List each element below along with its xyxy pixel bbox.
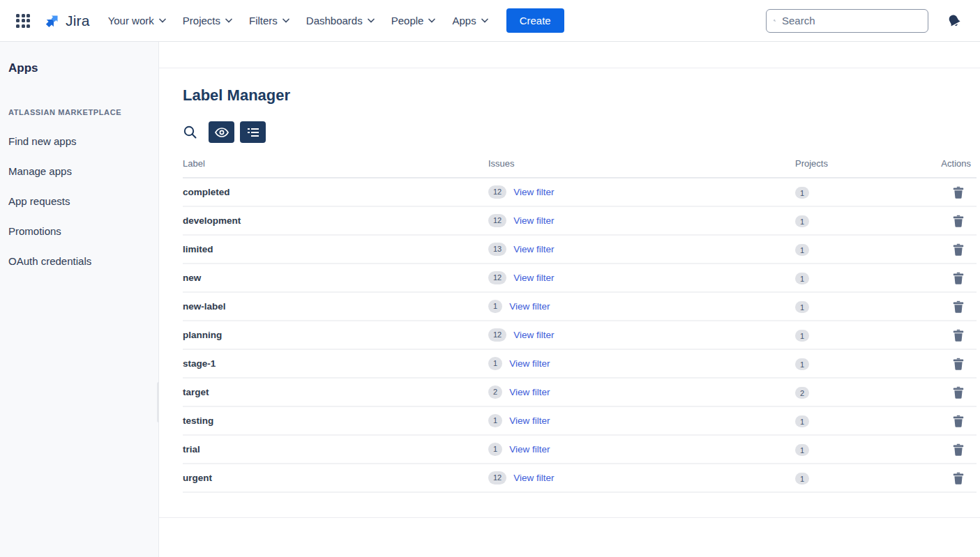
trash-icon [953,243,964,256]
label-table-header: Label Issues Projects Actions [183,154,977,178]
label-name: limited [183,244,488,254]
trash-icon [953,300,964,313]
sidebar-item-manage-apps[interactable]: Manage apps [8,156,150,186]
search-icon [774,15,776,26]
delete-label-button[interactable] [953,215,964,227]
delete-label-button[interactable] [953,358,964,370]
sidebar-item-promotions[interactable]: Promotions [8,216,150,246]
chevron-down-icon [368,18,375,23]
top-navigation: Jira Your work Projects Filters Dashboar… [0,0,980,42]
projects-count-badge: 2 [795,387,809,399]
delete-label-button[interactable] [953,472,964,484]
issues-count-badge: 2 [488,386,502,398]
main-content: Label Manager [159,42,980,557]
create-button[interactable]: Create [506,8,564,33]
issues-count-badge: 1 [488,414,502,427]
projects-count-badge: 1 [795,415,809,427]
chevron-down-icon [428,18,435,23]
view-filter-link[interactable]: View filter [509,415,550,426]
issues-count-badge: 1 [488,357,502,369]
nav-filters[interactable]: Filters [241,9,298,32]
view-filter-link[interactable]: View filter [509,387,550,397]
nav-your-work[interactable]: Your work [100,9,174,32]
trash-icon [953,215,964,227]
projects-count-badge: 1 [795,244,809,256]
app-switcher-button[interactable] [11,9,35,33]
chevron-down-icon [159,18,166,23]
trash-icon [953,272,964,284]
trash-icon [953,415,964,427]
delete-label-button[interactable] [953,415,964,427]
jira-logo-icon [45,13,61,29]
chevron-down-icon [282,18,289,23]
label-name: target [183,387,488,397]
column-header-issues: Issues [488,158,795,169]
table-search-button[interactable] [183,125,197,139]
trash-icon [953,329,964,342]
notifications-button[interactable] [942,9,966,33]
table-row: limited 13 View filter 1 [183,236,977,264]
sidebar-title: Apps [8,61,150,75]
delete-label-button[interactable] [953,186,964,199]
issues-count-badge: 12 [488,471,506,484]
table-row: testing 1 View filter 1 [183,407,977,436]
global-search-input[interactable] [782,15,921,26]
projects-count-badge: 1 [795,473,809,484]
view-filter-link[interactable]: View filter [513,273,554,283]
jira-logo[interactable]: Jira [45,13,90,29]
sidebar-item-oauth-credentials[interactable]: OAuth credentials [8,246,150,276]
view-filter-link[interactable]: View filter [509,301,550,312]
label-table: Label Issues Projects Actions completed … [183,154,977,493]
column-header-actions: Actions [941,158,977,169]
delete-label-button[interactable] [953,300,964,313]
label-name: new [183,273,488,283]
global-search-box[interactable] [766,9,928,33]
view-filter-link[interactable]: View filter [509,444,550,455]
nav-dashboards[interactable]: Dashboards [298,9,383,32]
label-manager-toolbar [183,121,977,143]
issues-count-badge: 1 [488,443,502,455]
table-row: urgent 12 View filter 1 [183,464,977,493]
delete-label-button[interactable] [953,243,964,256]
nav-people[interactable]: People [383,9,444,32]
list-icon [248,128,259,137]
label-table-body: completed 12 View filter 1 development 1… [183,178,977,493]
view-filter-link[interactable]: View filter [513,330,554,340]
projects-count-badge: 1 [795,444,809,456]
view-filter-link[interactable]: View filter [513,215,554,226]
list-view-button[interactable] [240,121,266,143]
chevron-down-icon [225,18,232,23]
label-name: trial [183,444,488,455]
issues-count-badge: 13 [488,243,506,255]
label-name: stage-1 [183,358,488,369]
delete-label-button[interactable] [953,329,964,342]
trash-icon [953,358,964,370]
nav-apps[interactable]: Apps [444,9,496,32]
view-filter-link[interactable]: View filter [513,187,554,197]
search-icon [183,125,197,139]
table-row: new 12 View filter 1 [183,264,977,293]
projects-count-badge: 1 [795,358,809,370]
table-row: trial 1 View filter 1 [183,436,977,464]
view-filter-link[interactable]: View filter [509,358,550,369]
view-filter-link[interactable]: View filter [513,473,554,483]
delete-label-button[interactable] [953,386,964,399]
label-name: development [183,215,488,226]
delete-label-button[interactable] [953,443,964,456]
delete-label-button[interactable] [953,272,964,284]
content-bottom-divider [159,517,980,518]
trash-icon [953,443,964,456]
sidebar-item-find-new-apps[interactable]: Find new apps [8,126,150,156]
projects-count-badge: 1 [795,301,809,313]
visibility-toggle-button[interactable] [209,121,234,143]
nav-projects[interactable]: Projects [174,9,241,32]
view-filter-link[interactable]: View filter [513,244,554,254]
sidebar-item-app-requests[interactable]: App requests [8,186,150,216]
projects-count-badge: 1 [795,273,809,284]
issues-count-badge: 1 [488,300,502,312]
trash-icon [953,186,964,199]
column-header-projects: Projects [795,158,928,169]
table-row: development 12 View filter 1 [183,207,977,236]
trash-icon [953,386,964,399]
bell-icon [944,10,965,31]
